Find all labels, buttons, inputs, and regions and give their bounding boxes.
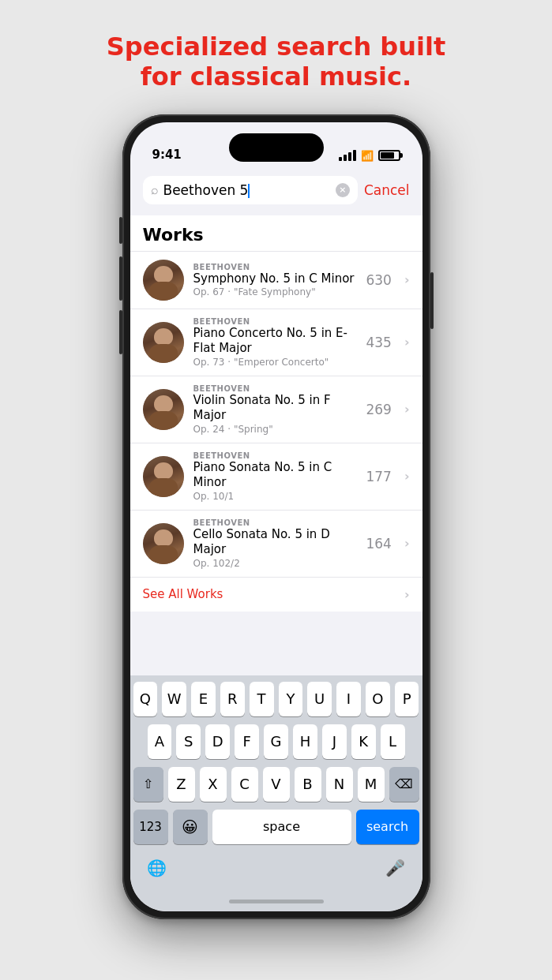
work-item-3[interactable]: BEETHOVEN Violin Sonata No. 5 in F Major… <box>130 376 422 443</box>
chevron-icon-4: › <box>404 469 410 484</box>
work-opus-4: Op. 10/1 <box>193 491 357 502</box>
search-icon: ⌕ <box>151 182 159 197</box>
work-count-1: 630 <box>366 272 391 288</box>
search-bar[interactable]: ⌕ Beethoven 5 × <box>143 176 358 204</box>
work-opus-2: Op. 73 · "Emperor Concerto" <box>193 357 357 368</box>
work-count-3: 269 <box>366 402 391 417</box>
signal-icon <box>339 150 356 161</box>
dynamic-island <box>229 133 324 162</box>
status-icons: 📶 <box>339 150 400 162</box>
key-u[interactable]: U <box>307 682 332 716</box>
keyboard-row-1: Q W E R T Y U I O P <box>133 682 419 716</box>
work-name-4: Piano Sonata No. 5 in C Minor <box>193 460 357 491</box>
key-f[interactable]: F <box>235 724 259 759</box>
backspace-key[interactable]: ⌫ <box>389 767 419 802</box>
chevron-icon-5: › <box>404 536 410 551</box>
clear-search-button[interactable]: × <box>336 183 350 197</box>
key-i[interactable]: I <box>336 682 361 716</box>
key-n[interactable]: N <box>326 767 353 802</box>
key-s[interactable]: S <box>176 724 201 759</box>
composer-label-3: BEETHOVEN <box>193 384 357 393</box>
phone-frame: 9:41 📶 ⌕ Beethoven 5 <box>122 114 430 919</box>
work-opus-1: Op. 67 · "Fate Symphony" <box>193 286 357 297</box>
work-opus-5: Op. 102/2 <box>193 558 357 569</box>
key-o[interactable]: O <box>366 682 390 716</box>
headline: Specialized search built for classical m… <box>87 32 466 92</box>
key-t[interactable]: T <box>250 682 274 716</box>
home-bar <box>229 900 324 903</box>
works-title: Works <box>130 215 422 251</box>
search-area: ⌕ Beethoven 5 × Cancel <box>130 168 422 211</box>
key-g[interactable]: G <box>264 724 288 759</box>
key-w[interactable]: W <box>162 682 186 716</box>
work-item-2[interactable]: BEETHOVEN Piano Concerto No. 5 in E-Flat… <box>130 309 422 376</box>
status-time: 9:41 <box>152 148 182 162</box>
composer-avatar-5 <box>143 523 184 564</box>
work-count-5: 164 <box>366 536 391 552</box>
chevron-icon-3: › <box>404 402 410 417</box>
keyboard: Q W E R T Y U I O P A S D F G H J K <box>130 675 422 911</box>
composer-label-4: BEETHOVEN <box>193 451 357 460</box>
chevron-icon-2: › <box>404 335 410 350</box>
key-m[interactable]: M <box>358 767 385 802</box>
key-k[interactable]: K <box>351 724 376 759</box>
phone-screen: 9:41 📶 ⌕ Beethoven 5 <box>130 122 422 911</box>
work-count-4: 177 <box>366 469 391 484</box>
key-a[interactable]: A <box>148 724 172 759</box>
work-name-1: Symphony No. 5 in C Minor <box>193 271 357 287</box>
see-all-works-row[interactable]: See All Works › <box>130 577 422 612</box>
work-item-5[interactable]: BEETHOVEN Cello Sonata No. 5 in D Major … <box>130 510 422 577</box>
key-p[interactable]: P <box>395 682 419 716</box>
battery-icon <box>378 150 400 161</box>
key-h[interactable]: H <box>293 724 317 759</box>
key-r[interactable]: R <box>220 682 245 716</box>
space-key[interactable]: space <box>212 810 351 844</box>
work-name-3: Violin Sonata No. 5 in F Major <box>193 393 357 424</box>
work-item-1[interactable]: BEETHOVEN Symphony No. 5 in C Minor Op. … <box>130 251 422 309</box>
search-input[interactable]: Beethoven 5 <box>163 182 331 198</box>
silent-button[interactable] <box>119 217 122 244</box>
works-section: Works BEETHOVEN Symphony No. 5 in C Mino… <box>130 215 422 612</box>
key-c[interactable]: C <box>231 767 258 802</box>
shift-key[interactable]: ⇧ <box>133 767 163 802</box>
keyboard-row-3: ⇧ Z X C V B N M ⌫ <box>133 767 419 802</box>
keyboard-row-2: A S D F G H J K L <box>133 724 419 759</box>
work-name-5: Cello Sonata No. 5 in D Major <box>193 527 357 558</box>
key-z[interactable]: Z <box>168 767 195 802</box>
work-opus-3: Op. 24 · "Spring" <box>193 424 357 435</box>
volume-up-button[interactable] <box>119 256 122 301</box>
composer-label-2: BEETHOVEN <box>193 317 357 326</box>
chevron-icon-1: › <box>404 272 410 287</box>
key-j[interactable]: J <box>322 724 347 759</box>
globe-icon[interactable]: 🌐 <box>140 851 175 885</box>
key-b[interactable]: B <box>295 767 321 802</box>
composer-label-5: BEETHOVEN <box>193 518 357 527</box>
keyboard-bottom-row: 123 😀 space search <box>133 810 419 851</box>
see-all-works-text[interactable]: See All Works <box>143 587 223 601</box>
key-x[interactable]: X <box>200 767 227 802</box>
composer-avatar-3 <box>143 389 184 430</box>
key-l[interactable]: L <box>381 724 405 759</box>
key-v[interactable]: V <box>263 767 290 802</box>
composer-avatar-1 <box>143 260 184 301</box>
composer-avatar-2 <box>143 322 184 363</box>
see-all-chevron-icon: › <box>404 587 410 602</box>
key-d[interactable]: D <box>205 724 230 759</box>
wifi-icon: 📶 <box>361 150 374 162</box>
work-item-4[interactable]: BEETHOVEN Piano Sonata No. 5 in C Minor … <box>130 443 422 510</box>
cancel-button[interactable]: Cancel <box>364 182 410 198</box>
key-q[interactable]: Q <box>133 682 158 716</box>
microphone-icon[interactable]: 🎤 <box>378 851 413 885</box>
key-e[interactable]: E <box>191 682 216 716</box>
emoji-key[interactable]: 😀 <box>173 810 208 844</box>
numbers-key[interactable]: 123 <box>133 810 168 844</box>
work-name-2: Piano Concerto No. 5 in E-Flat Major <box>193 326 357 357</box>
power-button[interactable] <box>430 272 434 329</box>
key-y[interactable]: Y <box>279 682 303 716</box>
keyboard-extras-row: 🌐 🎤 <box>133 851 419 895</box>
volume-down-button[interactable] <box>119 310 122 354</box>
work-count-2: 435 <box>366 335 391 350</box>
composer-avatar-4 <box>143 456 184 497</box>
composer-label-1: BEETHOVEN <box>193 263 357 271</box>
search-key[interactable]: search <box>356 810 419 844</box>
